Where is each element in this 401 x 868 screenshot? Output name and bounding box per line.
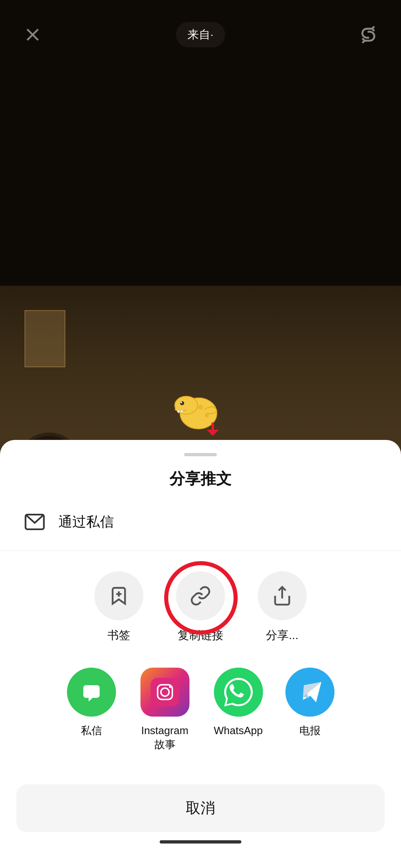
rotate-button[interactable] (356, 22, 381, 47)
messages-app[interactable]: 私信 (67, 668, 116, 752)
source-label: 来自· (187, 27, 214, 42)
copy-link-circle (176, 571, 225, 620)
bookmark-action[interactable]: 书签 (94, 571, 143, 643)
messages-icon (67, 668, 116, 717)
apps-row: 私信 Instag (0, 659, 401, 772)
whatsapp-icon (214, 668, 263, 717)
top-bar: 来自· (0, 0, 401, 53)
cancel-label: 取消 (186, 799, 215, 816)
actions-row: 书签 复制链接 分享... (0, 551, 401, 659)
instagram-app[interactable]: Instagram 故事 (138, 668, 192, 752)
bookmark-circle (94, 571, 143, 620)
messages-label: 私信 (81, 724, 102, 738)
svg-rect-13 (151, 678, 179, 706)
instagram-icon (140, 668, 189, 717)
whatsapp-app[interactable]: WhatsApp (214, 668, 263, 752)
share-sheet: 分享推文 (0, 440, 401, 868)
sheet-title: 分享推文 (0, 468, 401, 489)
share-action[interactable]: 分享... (258, 571, 307, 643)
telegram-app[interactable]: 电报 (285, 668, 334, 752)
dm-row[interactable]: 通过私信 (0, 510, 401, 551)
whatsapp-label: WhatsApp (214, 724, 263, 738)
sheet-handle (184, 453, 217, 456)
copy-link-action[interactable]: 复制链接 (176, 571, 225, 643)
share-circle (258, 571, 307, 620)
wall-item (25, 310, 65, 367)
message-icon (22, 510, 47, 534)
share-label: 分享... (266, 628, 298, 643)
close-button[interactable] (20, 22, 45, 47)
svg-point-16 (169, 686, 172, 688)
dm-label: 通过私信 (58, 513, 114, 531)
bookmark-label: 书签 (107, 628, 130, 643)
telegram-icon (285, 668, 334, 717)
home-indicator (160, 840, 241, 844)
instagram-label: Instagram 故事 (138, 724, 192, 752)
source-badge: 来自· (176, 22, 225, 47)
telegram-label: 电报 (299, 724, 321, 738)
cancel-button[interactable]: 取消 (16, 784, 385, 832)
copy-link-label: 复制链接 (178, 628, 223, 643)
